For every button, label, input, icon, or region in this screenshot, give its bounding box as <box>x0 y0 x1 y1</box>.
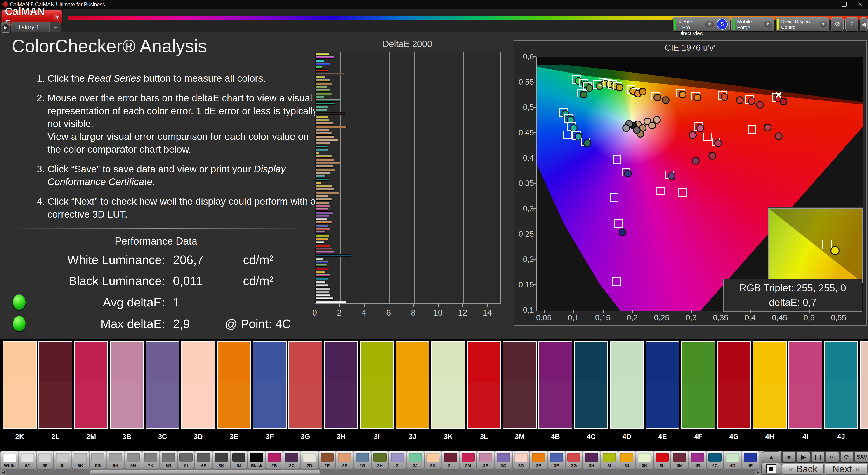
continuous-read-button[interactable]: ∞ <box>826 451 839 462</box>
patch-button[interactable]: 6I <box>54 451 71 469</box>
deltae-bar[interactable] <box>315 175 326 177</box>
deltae-bar[interactable] <box>315 132 332 135</box>
deltae-bar[interactable] <box>315 152 319 154</box>
deltae-bar[interactable] <box>315 83 332 85</box>
deltae-bar[interactable] <box>315 145 327 148</box>
patch-button[interactable]: 4E <box>742 451 758 469</box>
deltae-bar[interactable] <box>315 185 332 187</box>
patch-scrollbar[interactable]: ◀ ▶ <box>0 470 761 475</box>
deltae-bar[interactable] <box>315 198 332 200</box>
deltae-bar[interactable] <box>315 238 328 240</box>
deltae-bar[interactable] <box>315 241 324 243</box>
source-dropdown[interactable]: Mobile Forge ▼ <box>732 17 774 31</box>
deltae-bar[interactable] <box>315 235 329 237</box>
refresh-button[interactable]: ⟳ <box>840 451 853 462</box>
patch-button[interactable]: 3E <box>530 451 547 469</box>
deltae-bar[interactable] <box>315 162 340 164</box>
deltae-bar[interactable] <box>315 155 332 157</box>
patch-button[interactable]: 6G <box>160 451 177 469</box>
restore-button[interactable]: ❐ <box>836 0 852 9</box>
deltae-bar[interactable] <box>315 208 328 210</box>
tab-history-1[interactable]: History 1 <box>11 22 49 32</box>
patch-button[interactable]: 4C <box>707 451 723 469</box>
deltae-bar[interactable] <box>315 264 327 266</box>
deltae-bar[interactable] <box>315 89 331 91</box>
collapse-panel-button[interactable]: ◀ <box>860 17 868 31</box>
patch-button[interactable]: 4D <box>724 451 741 469</box>
patch-button[interactable]: 2M <box>460 451 476 469</box>
patch-button[interactable]: 2H <box>372 451 388 469</box>
patch-button[interactable]: 5G <box>90 451 106 469</box>
deltae-bar[interactable] <box>315 92 332 95</box>
deltae-bar[interactable] <box>315 66 322 68</box>
patch-button[interactable]: 2B <box>266 451 283 469</box>
deltae-bar[interactable] <box>315 79 331 82</box>
deltae-bar[interactable] <box>315 248 332 250</box>
patch-button[interactable]: White <box>1 451 18 469</box>
deltae-bar[interactable] <box>315 211 333 214</box>
deltae-bar[interactable] <box>315 165 333 168</box>
patch-button[interactable]: 3G <box>565 451 582 469</box>
deltae-bar[interactable] <box>315 106 328 108</box>
deltae-bar[interactable] <box>315 59 324 62</box>
deltae-bar[interactable] <box>315 251 334 253</box>
deltae-bar[interactable] <box>315 221 332 224</box>
patch-button[interactable]: 5F <box>37 451 53 469</box>
deltae-bar[interactable] <box>315 215 329 217</box>
deltae-bar[interactable] <box>315 268 329 270</box>
patch-button[interactable]: 2C <box>283 451 300 469</box>
deltae-bar[interactable] <box>315 119 329 121</box>
save-button[interactable]: SAVE <box>855 451 868 462</box>
minimize-button[interactable]: ─ <box>820 0 836 9</box>
back-button[interactable]: « Back <box>782 464 824 475</box>
patch-button[interactable]: 2F <box>336 451 353 469</box>
add-tab-button[interactable]: + <box>49 22 61 32</box>
deltae-bar[interactable] <box>315 202 329 204</box>
help-button[interactable]: ? <box>845 17 858 31</box>
scroll-right-icon[interactable]: ▶ <box>755 470 761 475</box>
meter-count-badge[interactable]: 5 <box>717 19 727 30</box>
read-series-button[interactable]: [··] <box>811 451 825 462</box>
patch-button[interactable]: 6H <box>107 451 124 469</box>
deltae-bar[interactable] <box>315 102 336 105</box>
deltae-bar[interactable] <box>315 231 326 233</box>
deltae-bar[interactable] <box>315 139 338 141</box>
deltae-bar[interactable] <box>315 178 329 181</box>
deltae-bar[interactable] <box>315 136 334 138</box>
deltae-bar[interactable] <box>315 169 336 171</box>
patch-button[interactable]: 2G <box>354 451 371 469</box>
display-control-dropdown[interactable]: Direct Display Control ▼ <box>776 17 829 31</box>
deltae-bar[interactable] <box>315 205 331 207</box>
close-button[interactable]: ✕ <box>852 0 868 9</box>
patch-button[interactable]: 2I <box>389 451 406 469</box>
workflow-nav-button[interactable]: ▶ <box>1 22 10 33</box>
patch-button[interactable]: 3C <box>495 451 512 469</box>
patch-button[interactable]: 5I <box>178 451 194 469</box>
display-preview-button[interactable] <box>761 463 781 475</box>
deltae-bar[interactable] <box>315 69 328 72</box>
patch-button[interactable]: 3B <box>477 451 494 469</box>
patch-button[interactable]: 2E <box>319 451 336 469</box>
deltae-bar[interactable] <box>315 129 329 131</box>
deltae-bar[interactable] <box>315 172 331 174</box>
patch-button[interactable]: 3L <box>654 451 671 469</box>
deltae-bar[interactable] <box>315 182 321 184</box>
deltae-bar[interactable] <box>315 228 331 230</box>
scroll-up-button[interactable]: ▲ <box>762 451 780 463</box>
deltae-bar[interactable] <box>315 149 328 151</box>
deltae-bar[interactable] <box>315 277 328 280</box>
patch-button[interactable]: 4B <box>689 451 706 469</box>
deltae-bar[interactable] <box>315 284 328 286</box>
deltae-bar[interactable] <box>315 255 351 257</box>
stop-button[interactable]: ■ <box>782 451 796 462</box>
deltae-bar[interactable] <box>315 195 328 197</box>
patch-button[interactable]: 2J <box>407 451 424 469</box>
patch-button[interactable]: 5H <box>125 451 142 469</box>
deltae-bar[interactable] <box>315 72 344 75</box>
patch-button[interactable]: 3J <box>618 451 635 469</box>
patch-button[interactable]: 3H <box>583 451 600 469</box>
deltae-bar[interactable] <box>315 244 331 247</box>
deltae-bar[interactable] <box>315 274 331 276</box>
deltae-bar[interactable] <box>315 218 327 220</box>
deltae-bar[interactable] <box>315 99 340 101</box>
